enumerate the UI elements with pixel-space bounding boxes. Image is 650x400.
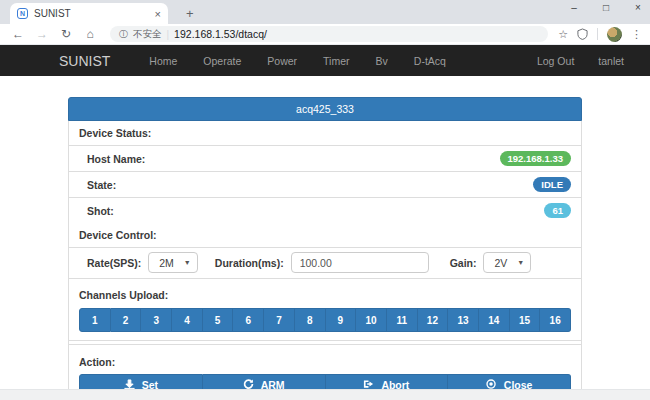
reload-icon[interactable]: ↻: [56, 27, 76, 41]
nav-item-tanlet[interactable]: tanlet: [586, 55, 636, 67]
gain-select[interactable]: 2V ▼: [483, 252, 531, 273]
rate-label: Rate(SPS):: [87, 257, 141, 269]
channel-button-5[interactable]: 5: [203, 308, 234, 332]
nav-item-d-tacq[interactable]: D-tAcq: [401, 55, 459, 67]
channel-button-12[interactable]: 12: [418, 308, 449, 332]
forward-icon[interactable]: →: [32, 27, 52, 41]
channel-button-13[interactable]: 13: [448, 308, 479, 332]
page-content: acq425_333 Device Status: Host Name:192.…: [0, 76, 650, 400]
home-icon[interactable]: ⌂: [80, 27, 100, 41]
chevron-down-icon: ▼: [517, 259, 524, 266]
browser-tab[interactable]: N SUNIST ×: [10, 3, 168, 24]
browser-toolbar: ← → ↻ ⌂ ⓘ 不安全 | 192.168.1.53/dtacq/ ☆ ⋮: [0, 24, 650, 45]
duration-label: Duration(ms):: [215, 257, 284, 269]
status-row-label: Shot:: [87, 205, 544, 217]
duration-input[interactable]: [291, 252, 429, 273]
chevron-down-icon: ▼: [184, 259, 191, 266]
nav-item-power[interactable]: Power: [254, 55, 310, 67]
status-row-state: State:IDLE: [69, 172, 581, 198]
rate-value: 2M: [159, 257, 174, 269]
window-close-button[interactable]: ×: [632, 2, 644, 13]
gain-label: Gain:: [450, 257, 477, 269]
channel-button-14[interactable]: 14: [479, 308, 510, 332]
status-badge: 61: [544, 203, 571, 218]
brand-logo[interactable]: SUNIST: [59, 53, 110, 69]
bookmark-star-icon[interactable]: ☆: [558, 28, 568, 41]
device-control-section: Device Control:: [69, 223, 581, 248]
device-control-label: Device Control:: [69, 223, 167, 247]
nav-item-home[interactable]: Home: [136, 55, 190, 67]
channel-button-16[interactable]: 16: [540, 308, 571, 332]
new-tab-button[interactable]: +: [186, 6, 194, 21]
extension-shield-icon[interactable]: [577, 28, 588, 40]
channel-button-11[interactable]: 11: [387, 308, 418, 332]
back-icon[interactable]: ←: [8, 27, 28, 41]
channel-button-2[interactable]: 2: [111, 308, 142, 332]
gain-value: 2V: [494, 257, 507, 269]
channel-button-3[interactable]: 3: [141, 308, 172, 332]
nav-item-bv[interactable]: Bv: [363, 55, 401, 67]
channel-button-10[interactable]: 10: [356, 308, 387, 332]
channel-button-6[interactable]: 6: [233, 308, 264, 332]
status-badge: IDLE: [533, 177, 571, 192]
channel-button-7[interactable]: 7: [264, 308, 295, 332]
device-status-label: Device Status:: [69, 121, 161, 145]
browser-menu-icon[interactable]: ⋮: [631, 28, 642, 41]
status-row-shot: Shot:61: [69, 198, 581, 223]
page-footer-strip: [0, 389, 650, 400]
toolbar-divider: [597, 28, 598, 40]
nav-menu-right: Log Outtanlet: [525, 55, 636, 67]
window-minimize-button[interactable]: –: [568, 2, 580, 13]
channels-upload-section: Channels Upload: 12345678910111213141516: [69, 279, 581, 341]
rate-select[interactable]: 2M ▼: [148, 252, 198, 273]
channels-upload-label: Channels Upload:: [79, 289, 168, 301]
profile-avatar[interactable]: [607, 27, 622, 42]
status-badge: 192.168.1.33: [500, 151, 571, 166]
nav-item-operate[interactable]: Operate: [190, 55, 254, 67]
security-label: 不安全: [133, 28, 162, 41]
channel-button-1[interactable]: 1: [79, 308, 111, 332]
action-label: Action:: [79, 356, 115, 368]
channel-button-8[interactable]: 8: [295, 308, 326, 332]
channel-button-15[interactable]: 15: [510, 308, 541, 332]
browser-tab-strip: N SUNIST × + – □ ×: [0, 0, 650, 24]
device-status-section: Device Status:: [69, 121, 581, 146]
nav-item-log-out[interactable]: Log Out: [525, 55, 586, 67]
nav-menu: HomeOperatePowerTimerBvD-tAcq: [136, 55, 459, 67]
status-row-label: Host Name:: [87, 153, 500, 165]
url-text: 192.168.1.53/dtacq/: [174, 28, 267, 40]
site-navbar: SUNIST HomeOperatePowerTimerBvD-tAcq Log…: [0, 45, 650, 76]
tab-title: SUNIST: [34, 8, 149, 19]
channel-button-group: 12345678910111213141516: [79, 308, 571, 332]
tab-close-icon[interactable]: ×: [155, 8, 161, 20]
info-icon[interactable]: ⓘ: [119, 28, 128, 41]
status-row-hostname: Host Name:192.168.1.33: [69, 146, 581, 172]
device-panel-acq425: acq425_333 Device Status: Host Name:192.…: [68, 97, 582, 400]
panel-title: acq425_333: [68, 97, 582, 121]
window-maximize-button[interactable]: □: [600, 2, 612, 13]
address-separator: |: [167, 29, 170, 40]
status-row-label: State:: [87, 179, 533, 191]
channel-button-9[interactable]: 9: [326, 308, 357, 332]
channel-button-4[interactable]: 4: [172, 308, 203, 332]
site-favicon: N: [17, 8, 28, 19]
nav-item-timer[interactable]: Timer: [310, 55, 362, 67]
control-inputs-row: Rate(SPS): 2M ▼ Duration(ms): Gain: 2V ▼: [69, 248, 581, 279]
address-bar[interactable]: ⓘ 不安全 | 192.168.1.53/dtacq/: [110, 26, 548, 42]
